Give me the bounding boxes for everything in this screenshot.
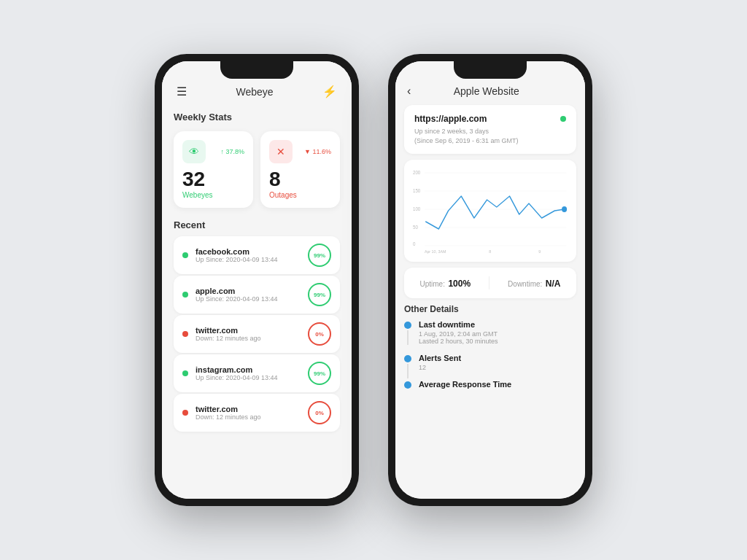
uptime-badge: 0% (308, 322, 331, 346)
downtime-stat: Downtime: N/A (508, 276, 560, 289)
site-item[interactable]: twitter.comDown: 12 minutes ago0% (174, 315, 340, 353)
downtime-label: Downtime: (508, 280, 542, 288)
divider (489, 276, 489, 289)
site-item[interactable]: instagram.comUp Since: 2020-04-09 13:449… (174, 354, 340, 392)
chart-card: 200 150 100 50 0 (404, 160, 576, 262)
site-name: instagram.com (196, 365, 308, 374)
other-details-title: Other Details (404, 304, 576, 314)
x-icon: ✕ (269, 140, 293, 163)
site-subtitle: Up Since: 2020-04-09 13:44 (196, 295, 308, 303)
online-status-dot (560, 116, 566, 122)
eye-icon: 👁 (182, 140, 206, 163)
outages-trend: ▼ 11.6% (304, 148, 331, 155)
site-info: apple.comUp Since: 2020-04-09 13:44 (196, 287, 308, 303)
detail-body: https://apple.com Up since 2 weeks, 3 da… (395, 105, 585, 389)
svg-text:50: 50 (413, 225, 418, 230)
webeyes-card-header: 👁 ↑ 37.8% (182, 140, 244, 163)
site-item[interactable]: facebook.comUp Since: 2020-04-09 13:4499… (174, 236, 340, 274)
site-item[interactable]: twitter.comDown: 12 minutes ago0% (174, 394, 340, 432)
phone1-body: Weekly Stats 👁 ↑ 37.8% 32 Webeyes (162, 112, 352, 432)
svg-text:100: 100 (413, 206, 421, 211)
timeline-dot-2 (404, 355, 411, 362)
site-name: facebook.com (196, 247, 308, 256)
phone-2-screen: ‹ Apple Website https://apple.com Up sin… (395, 61, 585, 499)
phones-container: ☰ Webeye ⚡ Weekly Stats 👁 ↑ 37.8% (155, 54, 592, 506)
svg-text:8: 8 (489, 249, 491, 254)
url-row: https://apple.com (414, 114, 566, 124)
app-title: Webeye (236, 86, 273, 98)
status-dot (182, 410, 188, 416)
timeline-dot-3 (404, 381, 411, 389)
back-button[interactable]: ‹ (407, 85, 411, 98)
timeline-line-1 (407, 330, 409, 345)
weekly-stats-title: Weekly Stats (174, 112, 340, 122)
avg-response-title: Average Response Time (419, 380, 576, 389)
site-item[interactable]: apple.comUp Since: 2020-04-09 13:4499% (174, 276, 340, 314)
uptime-badge: 99% (308, 244, 331, 267)
uptime-badge: 0% (308, 401, 331, 424)
uptime-downtime-card: Uptime: 100% Downtime: N/A (404, 268, 576, 298)
recent-title: Recent (174, 219, 340, 230)
bolt-icon[interactable]: ⚡ (322, 85, 337, 98)
timeline-item-avg-response: Average Response Time (404, 380, 576, 389)
other-details-list: Last downtime 1 Aug, 2019, 2:04 am GMTLa… (404, 320, 576, 389)
last-downtime-title: Last downtime (419, 320, 576, 329)
alerts-sub: 12 (419, 364, 576, 371)
response-chart: 200 150 100 50 0 (413, 167, 568, 254)
phone2-title: Apple Website (418, 85, 554, 97)
svg-text:9: 9 (538, 249, 541, 254)
downtime-value: N/A (546, 279, 561, 289)
site-name: apple.com (196, 287, 308, 295)
site-subtitle: Down: 12 minutes ago (196, 335, 308, 342)
url-text: https://apple.com (414, 114, 487, 124)
notch-1 (220, 61, 293, 79)
site-subtitle: Up Since: 2020-04-09 13:44 (196, 256, 308, 263)
webeyes-label: Webeyes (182, 191, 244, 199)
site-info: facebook.comUp Since: 2020-04-09 13:44 (196, 247, 308, 263)
site-info: twitter.comDown: 12 minutes ago (196, 326, 308, 342)
webeyes-trend: ↑ 37.8% (220, 148, 244, 155)
status-dot (182, 292, 188, 298)
webeyes-card: 👁 ↑ 37.8% 32 Webeyes (174, 131, 253, 208)
status-dot (182, 370, 188, 376)
phone-1-screen: ☰ Webeye ⚡ Weekly Stats 👁 ↑ 37.8% (162, 61, 352, 499)
notch-2 (454, 61, 527, 79)
site-subtitle: Up Since: 2020-04-09 13:44 (196, 374, 308, 381)
svg-text:Apr 10, 3AM: Apr 10, 3AM (425, 249, 446, 254)
site-info: instagram.comUp Since: 2020-04-09 13:44 (196, 365, 308, 381)
menu-icon[interactable]: ☰ (177, 85, 187, 98)
url-card: https://apple.com Up since 2 weeks, 3 da… (404, 105, 576, 154)
status-dot (182, 252, 188, 258)
site-list: facebook.comUp Since: 2020-04-09 13:4499… (174, 236, 340, 432)
stats-row: 👁 ↑ 37.8% 32 Webeyes ✕ ▼ 11.6% (174, 131, 340, 208)
outages-label: Outages (269, 191, 331, 199)
uptime-description: Up since 2 weeks, 3 days(Since Sep 6, 20… (414, 127, 566, 145)
svg-point-10 (562, 206, 567, 212)
phone-1: ☰ Webeye ⚡ Weekly Stats 👁 ↑ 37.8% (155, 54, 359, 506)
svg-text:150: 150 (413, 188, 421, 193)
site-name: twitter.com (196, 326, 308, 335)
timeline-item-last-downtime: Last downtime 1 Aug, 2019, 2:04 am GMTLa… (404, 320, 576, 345)
outages-card-header: ✕ ▼ 11.6% (269, 140, 331, 163)
site-name: twitter.com (196, 405, 308, 413)
site-info: twitter.comDown: 12 minutes ago (196, 405, 308, 421)
timeline-item-alerts: Alerts Sent 12 (404, 354, 576, 371)
uptime-badge: 99% (308, 362, 331, 385)
uptime-badge: 99% (308, 283, 331, 306)
last-downtime-sub: 1 Aug, 2019, 2:04 am GMTLasted 2 hours, … (419, 330, 576, 345)
uptime-value: 100% (448, 279, 471, 289)
alerts-title: Alerts Sent (419, 354, 576, 362)
timeline-dot-1 (404, 322, 411, 329)
site-subtitle: Down: 12 minutes ago (196, 413, 308, 421)
status-dot (182, 331, 188, 337)
timeline-line-2 (407, 364, 409, 378)
phone2-content: ‹ Apple Website https://apple.com Up sin… (395, 61, 585, 499)
outages-count: 8 (269, 169, 331, 190)
phone-2: ‹ Apple Website https://apple.com Up sin… (388, 54, 592, 506)
phone1-content: ☰ Webeye ⚡ Weekly Stats 👁 ↑ 37.8% (162, 61, 352, 499)
svg-text:0: 0 (413, 241, 416, 246)
svg-text:200: 200 (413, 170, 421, 175)
uptime-stat: Uptime: 100% (420, 276, 471, 289)
webeyes-count: 32 (182, 169, 244, 190)
uptime-label: Uptime: (420, 280, 445, 288)
